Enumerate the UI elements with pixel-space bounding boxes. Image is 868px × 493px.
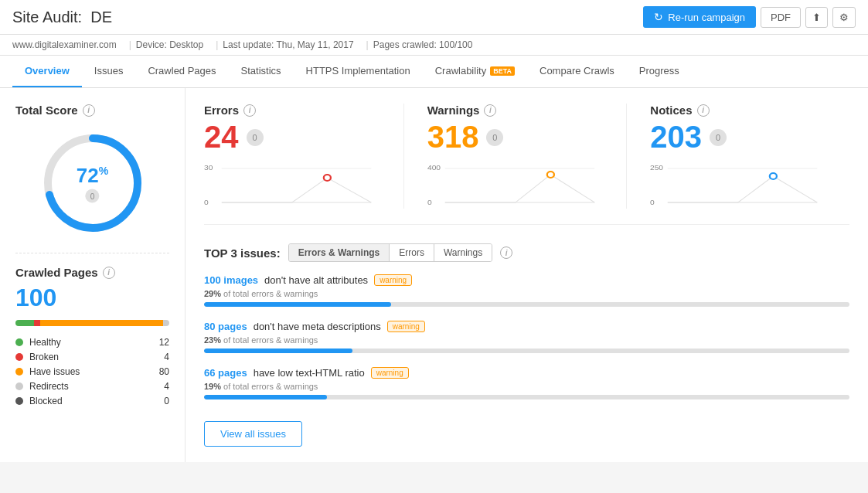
bar-healthy (15, 320, 34, 326)
right-panel: Errors i 24 0 30 0 (186, 88, 868, 462)
warnings-chart-svg: 400 0 (427, 162, 604, 209)
crawled-pages-info-icon[interactable]: i (103, 267, 115, 279)
tab-issues[interactable]: Issues (82, 56, 136, 87)
crawled-count: 100 (15, 284, 169, 312)
score-symbol: % (99, 165, 108, 177)
filter-errors-warnings[interactable]: Errors & Warnings (289, 244, 390, 261)
issue-3-desc: have low text-HTML ratio (254, 367, 365, 379)
dot-have-issues (15, 368, 23, 376)
issue-2-link[interactable]: 80 pages (204, 321, 247, 332)
score-value: 72 (77, 164, 99, 187)
legend-have-issues: Have issues 80 (15, 366, 169, 377)
issue-3-link[interactable]: 66 pages (204, 367, 247, 379)
issue-3-bar-wrap (204, 395, 849, 400)
notices-value-row: 203 0 (650, 120, 826, 155)
issue-3-bar (204, 395, 327, 400)
total-score-title: Total Score i (15, 104, 169, 117)
issue-2: 80 pages don't have meta descriptions wa… (204, 321, 849, 353)
rerun-label: Re-run campaign (668, 12, 745, 23)
site-name: DE (90, 8, 112, 26)
export-icon: ⬆ (812, 12, 821, 23)
tab-progress[interactable]: Progress (627, 56, 692, 87)
notices-chart: 250 0 (650, 162, 826, 209)
notices-chart-svg: 250 0 (650, 162, 826, 209)
bar-broken (34, 320, 40, 326)
svg-point-16 (770, 173, 777, 179)
errors-text: Errors (204, 104, 239, 117)
legend-list: Healthy 12 Broken 4 Have issues 80 (15, 337, 169, 406)
svg-text:0: 0 (204, 199, 209, 206)
dot-broken (15, 353, 23, 361)
settings-button[interactable]: ⚙ (832, 7, 856, 28)
metric-errors: Errors i 24 0 30 0 (204, 104, 403, 209)
beta-badge: BETA (490, 66, 515, 76)
errors-chart-svg: 30 0 (204, 162, 380, 209)
site-audit-label: Site Audit: (12, 8, 82, 26)
svg-point-11 (546, 172, 553, 178)
filter-errors[interactable]: Errors (390, 244, 434, 261)
issue-1-bar-wrap (204, 302, 849, 307)
tab-https[interactable]: HTTPS Implementation (294, 56, 423, 87)
metric-notices: Notices i 203 0 250 0 (626, 104, 849, 209)
pages-crawled: Pages crawled: 100/100 (373, 39, 473, 50)
label-healthy: Healthy (29, 337, 61, 348)
errors-info-icon[interactable]: i (243, 104, 256, 117)
tab-statistics[interactable]: Statistics (229, 56, 294, 87)
dot-blocked (15, 397, 23, 405)
filter-warnings[interactable]: Warnings (434, 244, 492, 261)
filter-tabs: Errors & Warnings Errors Warnings (288, 243, 493, 262)
issue-2-desc: don't have meta descriptions (254, 321, 381, 332)
count-healthy: 12 (159, 337, 169, 348)
site-title: Site Audit: DE (12, 8, 112, 26)
circle-center: 72% 0 (77, 164, 108, 203)
pdf-button[interactable]: PDF (761, 7, 801, 28)
errors-badge: 0 (247, 129, 264, 146)
warnings-value-row: 318 0 (427, 120, 604, 155)
crawled-pages-label: Crawled Pages (15, 266, 98, 279)
bar-redirects (163, 320, 169, 326)
tab-crawled-pages[interactable]: Crawled Pages (135, 56, 228, 87)
warnings-badge: 0 (486, 129, 503, 146)
issue-1-link[interactable]: 100 images (204, 274, 258, 286)
legend-redirects: Redirects 4 (15, 381, 169, 392)
score-circle-container: 72% 0 (15, 129, 169, 237)
svg-point-6 (324, 175, 331, 181)
issue-2-bar-wrap (204, 348, 849, 353)
tab-crawlability[interactable]: Crawlability BETA (423, 56, 527, 87)
warnings-text: Warnings (427, 104, 480, 117)
tab-overview[interactable]: Overview (12, 56, 82, 87)
view-all-button[interactable]: View all issues (204, 421, 302, 447)
issue-2-badge: warning (387, 321, 425, 332)
label-have-issues: Have issues (29, 366, 80, 377)
warnings-info-icon[interactable]: i (484, 104, 496, 117)
errors-chart: 30 0 (204, 162, 380, 209)
issue-2-sub: 23% of total errors & warnings (204, 335, 849, 345)
issue-3: 66 pages have low text-HTML ratio warnin… (204, 367, 849, 400)
divider (15, 253, 169, 253)
notices-info-icon[interactable]: i (697, 104, 710, 117)
separator3: | (366, 39, 369, 50)
label-redirects: Redirects (29, 381, 69, 392)
label-broken: Broken (29, 352, 59, 362)
bar-issues (40, 320, 163, 326)
total-score-label: Total Score (15, 104, 78, 117)
meta-bar: www.digitalexaminer.com | Device: Deskto… (0, 35, 868, 56)
gear-icon: ⚙ (839, 12, 849, 23)
top3-info-icon[interactable]: i (500, 246, 512, 259)
errors-label: Errors i (204, 104, 380, 117)
svg-text:400: 400 (427, 164, 441, 172)
separator2: | (216, 39, 218, 50)
issue-2-bar (204, 348, 352, 353)
rerun-button[interactable]: ↻ Re-run campaign (643, 6, 756, 28)
export-button[interactable]: ⬆ (805, 7, 828, 28)
tab-compare-crawls[interactable]: Compare Crawls (527, 56, 627, 87)
label-blocked: Blocked (29, 396, 63, 406)
metrics-row: Errors i 24 0 30 0 (204, 104, 849, 225)
svg-text:0: 0 (650, 199, 655, 206)
count-have-issues: 80 (159, 366, 169, 377)
separator: | (129, 39, 131, 50)
dot-redirects (15, 382, 23, 390)
errors-value-row: 24 0 (204, 120, 380, 155)
total-score-info-icon[interactable]: i (83, 104, 95, 117)
top3-title: TOP 3 issues: (204, 246, 281, 260)
